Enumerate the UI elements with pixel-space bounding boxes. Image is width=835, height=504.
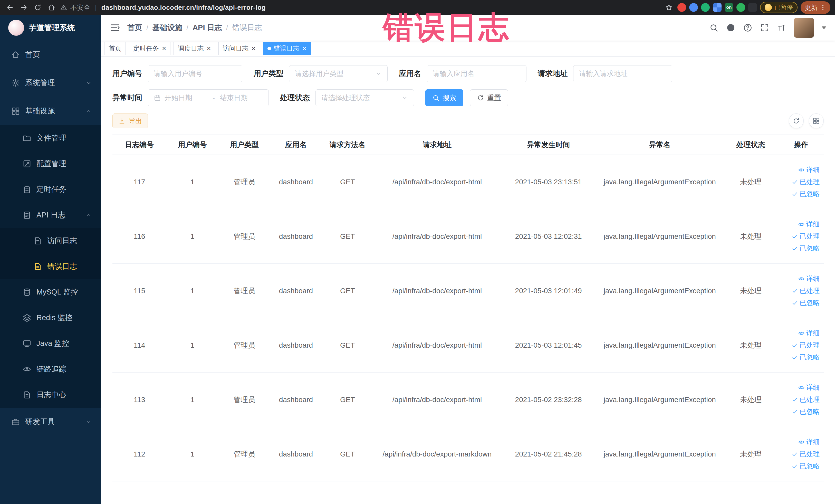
column-header: 应用名	[270, 135, 322, 155]
sidebar-item[interactable]: Java 监控	[0, 331, 101, 356]
detail-link[interactable]: 详细	[798, 274, 820, 283]
tab[interactable]: 首页	[104, 42, 126, 55]
extension-icon-red[interactable]	[677, 3, 686, 12]
ignored-link[interactable]: 已忽略	[791, 462, 820, 471]
tab[interactable]: 访问日志×	[219, 42, 260, 55]
detail-link-label: 详细	[806, 383, 820, 392]
back-button[interactable]	[5, 2, 15, 13]
security-label[interactable]: 不安全	[70, 3, 90, 12]
cell-actions: 详细已处理已忽略	[778, 427, 824, 481]
logo-title: 芋道管理系统	[29, 23, 75, 33]
github-icon[interactable]	[726, 23, 735, 32]
extension-icon-dark[interactable]	[748, 3, 757, 12]
processed-link[interactable]: 已处理	[791, 177, 820, 186]
sidebar-item[interactable]: 配置管理	[0, 151, 101, 177]
extension-icon-blue[interactable]	[689, 3, 698, 12]
processed-link[interactable]: 已处理	[791, 286, 820, 295]
processed-link[interactable]: 已处理	[791, 395, 820, 404]
ignored-link-label: 已忽略	[799, 189, 820, 199]
paused-badge[interactable]: 已暂停	[760, 2, 797, 13]
layers-icon	[23, 314, 31, 322]
search-button[interactable]: 搜索	[425, 89, 463, 106]
app-name-input[interactable]	[427, 65, 527, 82]
close-tab-icon[interactable]: ×	[302, 45, 306, 52]
cell-log-id: 114	[113, 318, 167, 372]
cell-actions: 详细已处理已忽略	[778, 209, 824, 264]
breadcrumb-item[interactable]: 首页	[127, 23, 142, 33]
breadcrumb-item[interactable]: 基础设施	[152, 23, 182, 33]
exception-time-range-picker[interactable]: 开始日期 - 结束日期	[148, 89, 269, 106]
process-status-label: 处理状态	[280, 93, 310, 103]
breadcrumb-item[interactable]: API 日志	[192, 23, 222, 33]
ignored-link[interactable]: 已忽略	[791, 407, 820, 416]
close-tab-icon[interactable]: ×	[162, 45, 166, 52]
detail-link[interactable]: 详细	[798, 165, 820, 174]
tab[interactable]: 定时任务×	[129, 42, 170, 55]
home-button[interactable]	[46, 2, 57, 13]
font-size-icon[interactable]	[777, 23, 786, 32]
fullscreen-icon[interactable]	[760, 23, 769, 32]
sidebar-item[interactable]: 链路追踪	[0, 356, 101, 382]
bookmark-button[interactable]	[664, 2, 674, 13]
column-settings-button[interactable]	[809, 114, 824, 128]
ignored-link[interactable]: 已忽略	[791, 353, 820, 362]
detail-link[interactable]: 详细	[798, 329, 820, 338]
user-avatar[interactable]	[794, 18, 814, 38]
reload-button[interactable]	[32, 2, 43, 13]
header-actions	[709, 18, 826, 38]
close-tab-icon[interactable]: ×	[251, 45, 256, 52]
sidebar-item[interactable]: 错误日志	[0, 254, 101, 279]
sidebar-item[interactable]: 基础设施	[0, 97, 101, 125]
hamburger-icon[interactable]	[110, 23, 120, 33]
sidebar-item[interactable]: MySQL 监控	[0, 279, 101, 305]
detail-link[interactable]: 详细	[798, 383, 820, 392]
processed-link[interactable]: 已处理	[791, 449, 820, 459]
ignored-link[interactable]: 已忽略	[791, 189, 820, 199]
processed-link[interactable]: 已处理	[791, 232, 820, 241]
user-id-input[interactable]	[148, 65, 242, 82]
tab[interactable]: 调度日志×	[174, 42, 215, 55]
update-button[interactable]: 更新	[801, 1, 830, 14]
reset-button[interactable]: 重置	[470, 89, 508, 106]
sidebar-item[interactable]: 访问日志	[0, 228, 101, 254]
detail-link[interactable]: 详细	[798, 438, 820, 446]
sidebar-item-label: Java 监控	[37, 338, 69, 349]
help-icon[interactable]	[743, 23, 752, 32]
sidebar-item[interactable]: 文件管理	[0, 125, 101, 151]
sidebar-item[interactable]: Redis 监控	[0, 305, 101, 331]
table-row: 1161管理员dashboardGET/api/infra/db-doc/exp…	[113, 209, 824, 264]
forward-icon	[20, 4, 28, 11]
tab[interactable]: 错误日志×	[263, 42, 311, 55]
ignored-link[interactable]: 已忽略	[791, 244, 820, 253]
sidebar-item[interactable]: 定时任务	[0, 177, 101, 202]
processed-link[interactable]: 已处理	[791, 341, 820, 350]
refresh-table-button[interactable]	[789, 114, 804, 128]
sidebar-item-label: 日志中心	[37, 390, 66, 400]
ignored-link[interactable]: 已忽略	[791, 298, 820, 307]
export-button[interactable]: 导出	[113, 114, 148, 128]
app-logo[interactable]: 芋道管理系统	[0, 15, 101, 41]
search-icon[interactable]	[709, 23, 718, 32]
url-text[interactable]: dashboard.yudao.iocoder.cn/infra/log/api…	[101, 4, 266, 12]
extension-icon-on[interactable]: on	[725, 3, 733, 12]
forward-button[interactable]	[19, 2, 29, 13]
breadcrumb-separator: /	[226, 24, 228, 32]
processed-link-label: 已处理	[799, 395, 820, 404]
caret-down-icon[interactable]	[822, 26, 826, 29]
sidebar-item[interactable]: 首页	[0, 41, 101, 69]
breadcrumb-separator: /	[146, 24, 148, 32]
extension-icon-green[interactable]	[701, 3, 710, 12]
export-button-label: 导出	[128, 117, 142, 125]
process-status-select[interactable]: 请选择处理状态	[315, 89, 414, 106]
request-url-input[interactable]	[573, 65, 672, 82]
sidebar-item[interactable]: 系统管理	[0, 69, 101, 97]
extension-icon-grid[interactable]	[713, 3, 721, 12]
close-tab-icon[interactable]: ×	[207, 45, 211, 52]
detail-link[interactable]: 详细	[798, 220, 820, 229]
sidebar-item[interactable]: 日志中心	[0, 382, 101, 408]
sidebar-item[interactable]: API 日志	[0, 202, 101, 228]
extension-icon-leaf[interactable]	[736, 3, 745, 12]
table-header-row: 日志编号用户编号用户类型应用名请求方法名请求地址异常发生时间异常名处理状态操作	[113, 135, 824, 155]
sidebar-item[interactable]: 研发工具	[0, 408, 101, 436]
user-type-select[interactable]: 请选择用户类型	[289, 65, 388, 82]
